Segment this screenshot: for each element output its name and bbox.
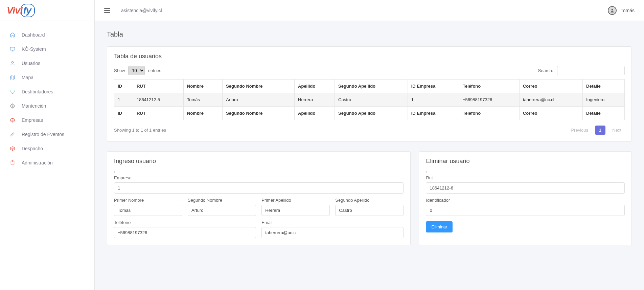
sidebar-item-registro-eventos[interactable]: Registro de Eventos xyxy=(0,127,94,141)
required-marker: * xyxy=(114,171,404,175)
cell-id: 1 xyxy=(114,93,133,107)
col-id[interactable]: ID xyxy=(114,80,133,93)
svg-point-2 xyxy=(12,105,13,107)
eliminar-usuario-card: Eliminar usuario * Rut Identificador Eli… xyxy=(419,151,632,245)
box-icon xyxy=(9,146,16,152)
length-prefix: Show xyxy=(114,68,125,73)
username: Tomás xyxy=(621,8,635,13)
cell-detalle: Ingeniero xyxy=(583,93,625,107)
identificador-label: Identificador xyxy=(426,198,625,203)
col-id-empresa[interactable]: ID Empresa xyxy=(408,80,459,93)
ingreso-title: Ingreso usuario xyxy=(114,158,404,165)
monitor-icon xyxy=(9,46,16,52)
cell-apellido: Herrera xyxy=(295,93,335,107)
table-row[interactable]: 1 18641212-5 Tomás Arturo Herrera Castro… xyxy=(114,93,625,107)
required-marker: * xyxy=(426,171,625,175)
primer-apellido-field[interactable] xyxy=(261,205,330,216)
logo-part2: fy xyxy=(23,5,31,16)
segundo-nombre-label: Segundo Nombre xyxy=(188,198,256,203)
segundo-apellido-field[interactable] xyxy=(335,205,404,216)
table-search-control: Search: xyxy=(538,66,625,75)
sidebar-item-mapa[interactable]: Mapa xyxy=(0,70,94,85)
cell-id-empresa: 1 xyxy=(408,93,459,107)
foot-apellido: Apellido xyxy=(295,107,335,120)
sidebar-nav: Dashboard KÔ-System Usuarios Mapa Desfib… xyxy=(0,21,94,177)
telefono-field[interactable] xyxy=(114,227,256,238)
search-label: Search: xyxy=(538,68,553,73)
users-table: ID RUT Nombre Segundo Nombre Apellido Se… xyxy=(114,79,625,120)
primer-apellido-label: Primer Apellido xyxy=(261,198,330,203)
logo[interactable]: Vivify xyxy=(0,0,94,21)
sidebar-item-label: Dashboard xyxy=(22,32,45,38)
foot-detalle: Detalle xyxy=(583,107,625,120)
page-1-button[interactable]: 1 xyxy=(595,126,605,135)
identificador-field[interactable] xyxy=(426,205,625,216)
hamburger-icon[interactable] xyxy=(104,8,110,13)
sidebar-item-label: Empresas xyxy=(22,117,43,123)
email-label: Email xyxy=(261,220,404,225)
user-menu[interactable]: Tomás xyxy=(608,6,635,15)
cell-segundo-apellido: Castro xyxy=(335,93,408,107)
col-nombre[interactable]: Nombre xyxy=(183,80,222,93)
foot-id-empresa: ID Empresa xyxy=(408,107,459,120)
ingreso-usuario-card: Ingreso usuario * Empresa Primer Nombre xyxy=(107,151,411,245)
length-select[interactable]: 10 xyxy=(128,66,145,75)
empresa-label: Empresa xyxy=(114,175,404,180)
col-segundo-apellido[interactable]: Segundo Apellido xyxy=(335,80,408,93)
sidebar-item-ko-system[interactable]: KÔ-System xyxy=(0,42,94,56)
next-button[interactable]: Next xyxy=(609,126,625,135)
foot-correo: Correo xyxy=(519,107,582,120)
sidebar: Vivify Dashboard KÔ-System Usuarios Mapa xyxy=(0,0,95,290)
globe-icon xyxy=(9,117,16,123)
rut-field[interactable] xyxy=(426,182,625,194)
sidebar-item-desfibriladores[interactable]: Desfibriladores xyxy=(0,85,94,99)
sidebar-item-administracion[interactable]: Administración xyxy=(0,156,94,170)
telefono-label: Teléfono xyxy=(114,220,256,225)
eliminar-button[interactable]: Eliminar xyxy=(426,221,453,232)
search-input[interactable] xyxy=(557,66,625,75)
svg-point-6 xyxy=(611,9,613,10)
cell-segundo-nombre: Arturo xyxy=(223,93,295,107)
avatar-icon xyxy=(608,6,617,15)
foot-nombre: Nombre xyxy=(183,107,222,120)
sidebar-item-empresas[interactable]: Empresas xyxy=(0,113,94,127)
col-apellido[interactable]: Apellido xyxy=(295,80,335,93)
prev-button[interactable]: Previous xyxy=(568,126,592,135)
foot-segundo-apellido: Segundo Apellido xyxy=(335,107,408,120)
email-field[interactable] xyxy=(261,227,404,238)
cell-telefono: +56988197326 xyxy=(459,93,520,107)
foot-rut: RUT xyxy=(133,107,183,120)
svg-point-1 xyxy=(12,62,13,63)
heart-icon xyxy=(9,89,16,95)
col-telefono[interactable]: Teléfono xyxy=(459,80,520,93)
page-title: Tabla xyxy=(107,30,632,38)
users-table-card: Tabla de usuarios Show 10 entries Search… xyxy=(107,46,632,142)
sidebar-item-usuarios[interactable]: Usuarios xyxy=(0,56,94,70)
pencil-icon xyxy=(9,131,16,137)
sidebar-item-label: KÔ-System xyxy=(22,46,46,52)
col-rut[interactable]: RUT xyxy=(133,80,183,93)
empresa-field[interactable] xyxy=(114,182,404,194)
cell-correo: taherrera@uc.cl xyxy=(519,93,582,107)
users-table-title: Tabla de usuarios xyxy=(114,53,625,60)
logo-part1: Vivi xyxy=(7,5,23,16)
cell-nombre: Tomás xyxy=(183,93,222,107)
col-detalle[interactable]: Detalle xyxy=(583,80,625,93)
foot-segundo-nombre: Segundo Nombre xyxy=(223,107,295,120)
sidebar-item-label: Usuarios xyxy=(22,61,40,66)
sidebar-item-mantencion[interactable]: Mantención xyxy=(0,99,94,113)
segundo-nombre-field[interactable] xyxy=(188,205,256,216)
clipboard-icon xyxy=(9,160,16,166)
col-correo[interactable]: Correo xyxy=(519,80,582,93)
length-suffix: entries xyxy=(148,68,161,73)
sidebar-item-dashboard[interactable]: Dashboard xyxy=(0,28,94,42)
sidebar-item-despacho[interactable]: Despacho xyxy=(0,141,94,156)
table-length-control: Show 10 entries xyxy=(114,66,161,75)
sidebar-item-label: Despacho xyxy=(22,146,43,151)
assistance-email: asistencia@vivify.cl xyxy=(121,8,162,13)
col-segundo-nombre[interactable]: Segundo Nombre xyxy=(223,80,295,93)
primer-nombre-field[interactable] xyxy=(114,205,182,216)
gear-icon xyxy=(9,103,16,109)
pagination: Previous 1 Next xyxy=(568,126,625,135)
map-icon xyxy=(9,74,16,81)
